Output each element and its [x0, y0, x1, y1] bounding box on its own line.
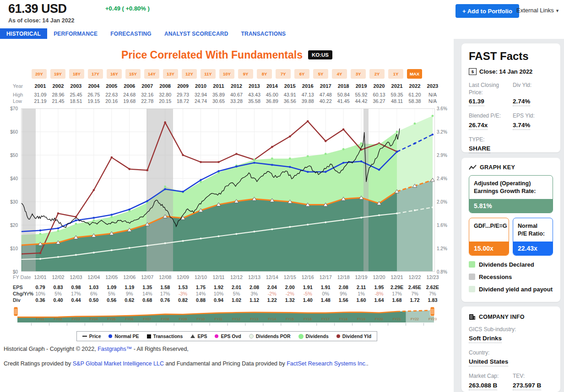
range-button-20y[interactable]: 20Y — [32, 69, 47, 79]
fastgraphs-page: 61.39 USD +0.49 ( +0.80% ) As of close: … — [0, 0, 564, 392]
por-marker — [271, 228, 273, 230]
dividends-marker — [253, 159, 255, 161]
fy-date-cell: 12/19 — [351, 274, 371, 280]
tab-transactions[interactable]: TRANSACTIONS — [235, 28, 293, 40]
dividends-marker — [57, 230, 60, 232]
range-button-11y[interactable]: 11Y — [201, 69, 216, 79]
chg-cell: -5% — [298, 291, 318, 296]
scrubber-svg[interactable]: FY01FY02FY03FY04FY05FY06FY07FY08FY09FY10… — [13, 304, 437, 326]
tab-analyst-scorecard[interactable]: ANALYST SCORECARD — [158, 28, 235, 40]
high-cell: 32.94 — [191, 92, 211, 97]
range-button-max[interactable]: MAX — [407, 69, 422, 79]
credit-link[interactable]: S&P Global Market Intelligence LLC — [73, 360, 164, 367]
dividend-yld-marker — [200, 161, 202, 163]
range-button-12y[interactable]: 12Y — [182, 69, 197, 79]
legend-item-price[interactable]: Price — [82, 333, 101, 339]
range-button-9y[interactable]: 9Y — [238, 69, 253, 79]
scrubber-year-label: FY13 — [250, 317, 258, 321]
low-cell: 19.15 — [84, 98, 104, 104]
chg-cell: 0% — [315, 291, 336, 296]
copyright-line: Historical Graph - Copyright © 2022, Fas… — [4, 346, 189, 352]
swatch — [469, 261, 475, 268]
range-scrubber-chart[interactable]: FY01FY02FY03FY04FY05FY06FY07FY08FY09FY10… — [13, 304, 437, 326]
normal-pe-marker — [307, 171, 309, 173]
dividends-marker — [110, 216, 113, 218]
range-button-8y[interactable]: 8Y — [257, 69, 272, 79]
scrubber-year-label: FY05 — [108, 317, 116, 321]
dividend-yld-marker — [271, 146, 273, 148]
range-button-6y[interactable]: 6Y — [294, 69, 309, 79]
legend-item-transactions[interactable]: Transactions — [147, 333, 183, 339]
div-cell: 1.40 — [298, 297, 318, 303]
add-to-portfolio-button[interactable]: + Add to Portfolio — [456, 4, 519, 18]
range-button-13y[interactable]: 13Y — [163, 69, 178, 79]
legend-item-dividends-por[interactable]: Dividends POR — [249, 333, 291, 339]
legend-label: Transactions — [153, 333, 183, 339]
fy-date-cell: 12/08 — [155, 274, 175, 280]
scrubber-handle-right[interactable] — [430, 307, 434, 316]
swatch — [469, 274, 475, 280]
dividend-yld-marker — [146, 169, 148, 172]
range-button-17y[interactable]: 17Y — [88, 69, 103, 79]
range-button-15y[interactable]: 15Y — [125, 69, 141, 79]
high-cell: 35.89 — [209, 92, 229, 97]
chg-cell: 14% — [137, 291, 157, 296]
range-button-19y[interactable]: 19Y — [50, 69, 65, 79]
graph-key-item-recessions: Recessions — [469, 274, 553, 280]
scrubber-year-label: FY02 — [54, 317, 62, 321]
year-cell: 2013 — [244, 83, 264, 89]
legend-item-dividend-yld[interactable]: Dividend Yld — [336, 333, 371, 339]
normal-pe-marker — [200, 179, 201, 181]
year-cell: 2023 — [423, 83, 443, 89]
chg-cell: 10% — [30, 291, 50, 296]
legend-item-eps[interactable]: EPS — [190, 333, 207, 339]
div-cell: 0.36 — [30, 297, 50, 303]
eps-cell: 2.62E — [423, 285, 443, 290]
range-button-7y[interactable]: 7Y — [276, 69, 291, 79]
low-cell: 33.28 — [226, 98, 246, 104]
low-cell: 44.42 — [351, 98, 371, 104]
high-cell: 43.91 — [280, 92, 300, 97]
tab-forecasting[interactable]: FORECASTING — [104, 28, 158, 40]
range-button-14y[interactable]: 14Y — [144, 69, 159, 79]
price-fundamentals-chart[interactable] — [21, 108, 435, 272]
tab-historical[interactable]: HISTORICAL — [0, 28, 47, 40]
range-button-3y[interactable]: 3Y — [351, 69, 366, 79]
right-axis-tick: 0.8% — [437, 269, 455, 274]
low-cell: 36.89 — [262, 98, 282, 104]
por-marker — [378, 215, 380, 216]
range-button-16y[interactable]: 16Y — [107, 69, 122, 79]
legend-label: Dividends POR — [256, 333, 291, 339]
credit-link[interactable]: Fastgraphs™ — [98, 346, 132, 352]
market-cap: Market Cap: 263.088 B — [469, 372, 509, 390]
tab-performance[interactable]: PERFORMANCE — [47, 28, 104, 40]
left-axis-tick: $20 — [1, 223, 18, 228]
range-button-1y[interactable]: 1Y — [388, 69, 403, 79]
year-row-label: Year — [13, 83, 23, 89]
legend-item-dividends[interactable]: Dividends — [298, 333, 329, 339]
credit-link[interactable]: FactSet Research Systems Inc. — [287, 360, 367, 367]
external-links-dropdown[interactable]: External Links▾ — [516, 7, 559, 14]
high-cell: 26.75 — [84, 92, 104, 97]
scrubber-handle-left[interactable] — [14, 307, 18, 316]
main-chart[interactable] — [21, 108, 435, 272]
legend-item-normal-pe[interactable]: Normal PE — [108, 333, 139, 339]
range-button-18y[interactable]: 18Y — [69, 69, 84, 79]
por-marker — [182, 240, 184, 242]
high-row-label: High — [13, 92, 23, 97]
range-button-10y[interactable]: 10Y — [219, 69, 234, 79]
por-marker — [218, 235, 220, 237]
chg-cell: 7% — [405, 291, 425, 296]
dividend-yld-marker — [342, 129, 345, 131]
fy-date-cell: 12/22 — [405, 274, 425, 280]
chart-title-row: Price Correlated With FundamentalsKO:US — [0, 49, 454, 61]
legend-item-eps-ovd[interactable]: EPS Ovd — [215, 333, 241, 339]
div-cell: 0.82 — [173, 297, 193, 303]
normal-pe-marker — [432, 134, 434, 135]
year-cell: 2019 — [351, 83, 371, 89]
eps-cell: 2.29E — [387, 285, 407, 290]
range-button-5y[interactable]: 5Y — [313, 69, 328, 79]
range-button-4y[interactable]: 4Y — [332, 69, 347, 79]
range-button-2y[interactable]: 2Y — [369, 69, 385, 79]
growth-rate-value: 5.81% — [469, 199, 553, 213]
